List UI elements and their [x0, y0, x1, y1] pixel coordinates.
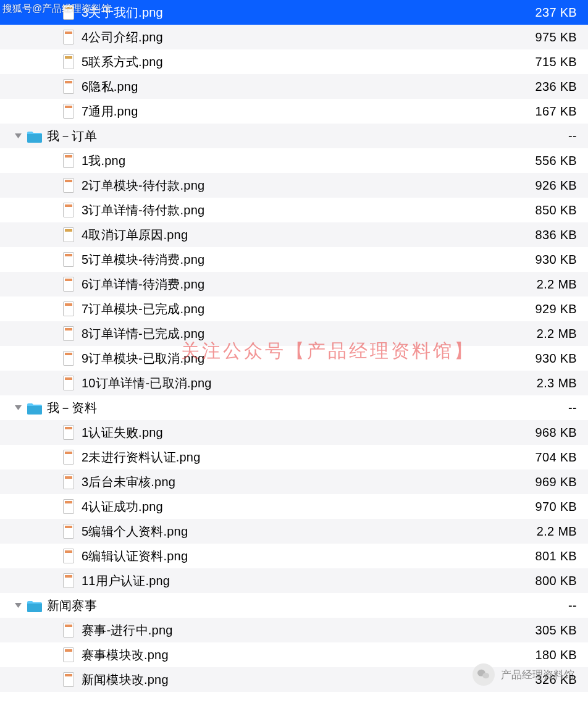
wechat-text: 产品经理资料馆 — [501, 668, 574, 682]
file-list: 3关于我们.png237 KB4公司介绍.png975 KB5联系方式.png7… — [0, 0, 588, 692]
file-name: 5编辑个人资料.png — [82, 523, 521, 540]
file-size: 801 KB — [521, 549, 577, 563]
svg-point-1 — [482, 673, 489, 678]
file-name: 6订单详情-待消费.png — [82, 276, 521, 293]
file-row[interactable]: 6隐私.png236 KB — [0, 74, 588, 99]
file-size: 2.2 MB — [521, 277, 577, 292]
image-file-icon — [63, 252, 74, 267]
file-row[interactable]: 4认证成功.png970 KB — [0, 494, 588, 519]
file-name: 7通用.png — [82, 103, 521, 120]
file-row[interactable]: 5联系方式.png715 KB — [0, 49, 588, 74]
file-name: 9订单模块-已取消.png — [82, 350, 521, 367]
file-name: 11用户认证.png — [82, 573, 521, 589]
file-size: 305 KB — [521, 623, 577, 638]
image-file-icon — [63, 227, 74, 242]
file-name: 赛事-进行中.png — [82, 622, 521, 639]
image-file-icon — [63, 153, 74, 168]
image-file-icon — [63, 425, 74, 440]
file-name: 2未进行资料认证.png — [82, 449, 521, 466]
image-file-icon — [63, 326, 74, 341]
image-file-icon — [63, 450, 74, 465]
file-name: 1我.png — [82, 153, 521, 169]
file-row[interactable]: 赛事-进行中.png305 KB — [0, 618, 588, 642]
watermark-top-left: 搜狐号@产品经理资料馆 — [2, 2, 111, 15]
file-size: 704 KB — [521, 450, 577, 465]
file-name: 新闻模块改.png — [82, 671, 521, 688]
file-row[interactable]: 2未进行资料认证.png704 KB — [0, 445, 588, 469]
image-file-icon — [63, 573, 74, 588]
file-size: 556 KB — [521, 154, 577, 168]
file-name: 6编辑认证资料.png — [82, 548, 521, 565]
image-file-icon — [63, 30, 74, 44]
file-size: 975 KB — [521, 30, 577, 44]
folder-icon — [27, 402, 41, 414]
file-size: 970 KB — [521, 500, 577, 514]
file-row[interactable]: 9订单模块-已取消.png930 KB — [0, 346, 588, 371]
folder-name: 我－订单 — [47, 128, 521, 145]
file-row[interactable]: 7订单模块-已完成.png929 KB — [0, 297, 588, 321]
chevron-down-icon[interactable] — [11, 405, 25, 410]
file-name: 1认证失败.png — [82, 424, 521, 441]
file-name: 3关于我们.png — [82, 4, 521, 21]
image-file-icon — [63, 178, 74, 193]
folder-icon — [27, 599, 41, 612]
file-row[interactable]: 5编辑个人资料.png2.2 MB — [0, 519, 588, 544]
chevron-down-icon[interactable] — [11, 603, 25, 608]
file-name: 4认证成功.png — [82, 499, 521, 515]
file-row[interactable]: 6编辑认证资料.png801 KB — [0, 544, 588, 568]
folder-row[interactable]: 新闻赛事-- — [0, 593, 588, 618]
image-file-icon — [63, 623, 74, 638]
file-row[interactable]: 4公司介绍.png975 KB — [0, 25, 588, 49]
file-row[interactable]: 1我.png556 KB — [0, 148, 588, 173]
file-row[interactable]: 10订单详情-已取消.png2.3 MB — [0, 371, 588, 395]
image-file-icon — [63, 647, 74, 662]
file-size: 715 KB — [521, 55, 577, 69]
file-name: 4取消订单原因.png — [82, 227, 521, 243]
file-row[interactable]: 3后台未审核.png969 KB — [0, 469, 588, 494]
file-size: 2.2 MB — [521, 327, 577, 341]
image-file-icon — [63, 474, 74, 489]
file-name: 3后台未审核.png — [82, 474, 521, 490]
file-name: 赛事模块改.png — [82, 647, 521, 663]
folder-row[interactable]: 我－资料-- — [0, 395, 588, 420]
file-row[interactable]: 2订单模块-待付款.png926 KB — [0, 173, 588, 198]
folder-row[interactable]: 我－订单-- — [0, 124, 588, 148]
file-row[interactable]: 4取消订单原因.png836 KB — [0, 222, 588, 247]
file-size: 167 KB — [521, 104, 577, 119]
file-size: -- — [521, 401, 577, 415]
wechat-badge: 产品经理资料馆 — [472, 663, 574, 686]
file-row[interactable]: 1认证失败.png968 KB — [0, 420, 588, 445]
chevron-down-icon[interactable] — [11, 133, 25, 138]
image-file-icon — [63, 351, 74, 366]
file-name: 10订单详情-已取消.png — [82, 375, 521, 392]
file-name: 3订单详情-待付款.png — [82, 202, 521, 219]
image-file-icon — [63, 104, 74, 119]
file-row[interactable]: 8订单详情-已完成.png2.2 MB — [0, 321, 588, 346]
file-size: 180 KB — [521, 648, 577, 662]
file-row[interactable]: 3订单详情-待付款.png850 KB — [0, 198, 588, 222]
file-size: -- — [521, 599, 577, 613]
image-file-icon — [63, 376, 74, 390]
image-file-icon — [63, 549, 74, 563]
file-name: 7订单模块-已完成.png — [82, 301, 521, 318]
file-size: 930 KB — [521, 352, 577, 366]
file-name: 8订单详情-已完成.png — [82, 326, 521, 342]
image-file-icon — [63, 54, 74, 69]
file-size: 237 KB — [521, 6, 577, 20]
folder-icon — [27, 130, 41, 142]
file-name: 4公司介绍.png — [82, 29, 521, 46]
file-row[interactable]: 6订单详情-待消费.png2.2 MB — [0, 272, 588, 297]
file-size: 836 KB — [521, 228, 577, 242]
file-size: 850 KB — [521, 203, 577, 217]
file-size: -- — [521, 129, 577, 143]
file-size: 930 KB — [521, 253, 577, 267]
file-name: 2订单模块-待付款.png — [82, 177, 521, 194]
image-file-icon — [63, 499, 74, 514]
image-file-icon — [63, 672, 74, 687]
file-size: 926 KB — [521, 179, 577, 193]
file-row[interactable]: 11用户认证.png800 KB — [0, 568, 588, 593]
file-name: 5订单模块-待消费.png — [82, 251, 521, 268]
image-file-icon — [63, 524, 74, 539]
file-row[interactable]: 5订单模块-待消费.png930 KB — [0, 247, 588, 272]
file-row[interactable]: 7通用.png167 KB — [0, 99, 588, 124]
